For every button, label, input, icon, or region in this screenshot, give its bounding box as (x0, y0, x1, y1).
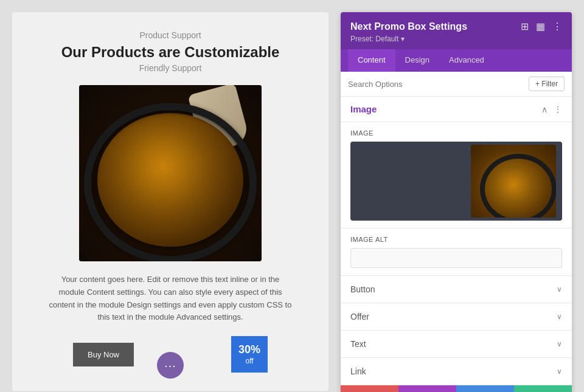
card-title: Our Products are Customizable (61, 44, 280, 61)
image-alt-input[interactable] (350, 248, 562, 268)
search-bar: + Filter (341, 72, 572, 97)
link-chevron-icon: ∨ (557, 367, 562, 376)
fab-button[interactable]: ··· (157, 352, 184, 379)
offer-button[interactable]: 30% off (231, 336, 268, 373)
thumb-pizza-graphic (471, 145, 556, 218)
text-section[interactable]: Text ∨ (341, 331, 572, 358)
preset-label: Preset: Default (350, 35, 398, 43)
offer-percent: 30% (238, 343, 260, 357)
image-field-label: Image (350, 129, 562, 137)
button-chevron-icon: ∨ (557, 285, 562, 294)
pizza-pan (97, 113, 243, 247)
tab-advanced[interactable]: Advanced (439, 49, 494, 72)
resize-icon[interactable]: ⊞ (521, 21, 529, 32)
offer-section-title: Offer (350, 312, 369, 322)
columns-icon[interactable]: ▦ (536, 21, 545, 32)
button-section-title: Button (350, 284, 375, 294)
card-subtitle: Product Support (139, 30, 201, 40)
offer-off: off (245, 357, 253, 365)
link-section-title: Link (350, 366, 366, 376)
text-chevron-icon: ∨ (557, 340, 562, 348)
undo-button[interactable]: ↺ (398, 385, 456, 392)
preview-card: Product Support Our Products are Customi… (12, 12, 328, 391)
image-alt-label: Image Alt (350, 236, 562, 243)
search-input[interactable] (348, 80, 524, 89)
tab-content[interactable]: Content (348, 49, 395, 72)
panel-header: Next Promo Box Settings ⊞ ▦ ⋮ Preset: De… (341, 12, 572, 49)
save-button[interactable]: ✓ (514, 385, 572, 392)
panel-body: Image ∧ ⋮ Image Image Alt (341, 97, 572, 385)
card-image (79, 85, 262, 261)
card-body-text: Your content goes here. Edit or remove t… (49, 273, 292, 324)
more-icon[interactable]: ⋮ (552, 21, 562, 32)
panel-title: Next Promo Box Settings (350, 21, 467, 32)
button-section[interactable]: Button ∨ (341, 276, 572, 303)
panel-tabs: Content Design Advanced (341, 49, 572, 72)
panel-header-icons: ⊞ ▦ ⋮ (521, 21, 562, 32)
image-upload-area[interactable] (350, 142, 562, 221)
filter-button[interactable]: + Filter (529, 77, 565, 91)
image-preview-thumb (471, 145, 556, 218)
image-alt-section: Image Alt (341, 229, 572, 276)
collapse-icon[interactable]: ∧ (541, 105, 548, 114)
image-field-section: Image (341, 122, 572, 229)
offer-chevron-icon: ∨ (557, 312, 562, 321)
redo-button[interactable]: ↻ (456, 385, 514, 392)
pizza-bg (79, 85, 262, 261)
preset-arrow: ▾ (401, 35, 405, 43)
offer-section[interactable]: Offer ∨ (341, 303, 572, 331)
link-section[interactable]: Link ∨ (341, 358, 572, 385)
cancel-button[interactable]: ✕ (341, 385, 398, 392)
card-tagline: Friendly Support (139, 63, 202, 73)
panel-actions: ✕ ↺ ↻ ✓ (341, 385, 572, 392)
settings-panel: Next Promo Box Settings ⊞ ▦ ⋮ Preset: De… (341, 12, 572, 392)
panel-preset[interactable]: Preset: Default ▾ (350, 35, 562, 43)
buy-now-button[interactable]: Buy Now (73, 343, 134, 366)
image-section-title: Image (350, 104, 377, 114)
text-section-title: Text (350, 339, 366, 349)
section-more-icon[interactable]: ⋮ (554, 105, 562, 114)
image-section-header: Image ∧ ⋮ (341, 97, 572, 122)
tab-design[interactable]: Design (395, 49, 439, 72)
